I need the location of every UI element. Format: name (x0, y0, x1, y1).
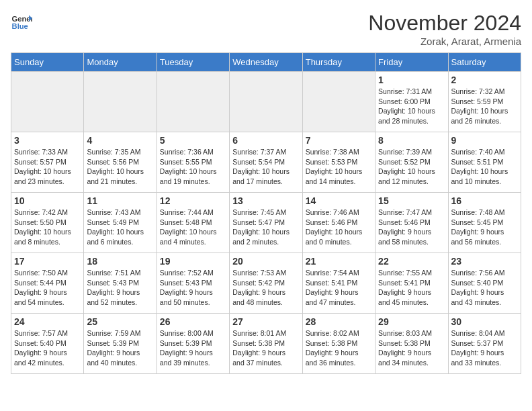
day-number: 7 (306, 135, 372, 146)
calendar-row-3: 10Sunrise: 7:42 AM Sunset: 5:50 PM Dayli… (11, 193, 521, 253)
location-subtitle: Zorak, Ararat, Armenia (368, 36, 521, 47)
day-info: Sunrise: 7:32 AM Sunset: 5:59 PM Dayligh… (451, 87, 518, 126)
day-number: 18 (87, 256, 153, 267)
calendar-cell: 12Sunrise: 7:44 AM Sunset: 5:48 PM Dayli… (157, 193, 229, 253)
day-info: Sunrise: 7:54 AM Sunset: 5:41 PM Dayligh… (306, 268, 372, 308)
day-info: Sunrise: 7:51 AM Sunset: 5:43 PM Dayligh… (87, 268, 153, 308)
calendar-cell: 11Sunrise: 7:43 AM Sunset: 5:49 PM Dayli… (84, 193, 157, 253)
calendar-cell: 16Sunrise: 7:48 AM Sunset: 5:45 PM Dayli… (448, 193, 521, 253)
calendar-cell: 18Sunrise: 7:51 AM Sunset: 5:43 PM Dayli… (84, 253, 157, 314)
calendar-cell: 13Sunrise: 7:45 AM Sunset: 5:47 PM Dayli… (230, 193, 302, 253)
weekday-header-saturday: Saturday (448, 53, 521, 72)
day-number: 27 (232, 316, 299, 327)
calendar-cell: 26Sunrise: 8:00 AM Sunset: 5:39 PM Dayli… (157, 314, 229, 374)
day-info: Sunrise: 7:53 AM Sunset: 5:42 PM Dayligh… (232, 268, 299, 308)
day-info: Sunrise: 7:33 AM Sunset: 5:57 PM Dayligh… (14, 147, 81, 187)
logo-icon: General Blue (11, 11, 32, 32)
day-number: 26 (160, 316, 226, 327)
day-info: Sunrise: 7:57 AM Sunset: 5:40 PM Dayligh… (14, 328, 81, 368)
day-number: 11 (87, 195, 153, 206)
calendar-cell: 5Sunrise: 7:36 AM Sunset: 5:55 PM Daylig… (157, 132, 229, 193)
day-info: Sunrise: 7:45 AM Sunset: 5:47 PM Dayligh… (232, 208, 299, 247)
calendar-cell: 27Sunrise: 8:01 AM Sunset: 5:38 PM Dayli… (230, 314, 302, 374)
calendar-cell: 24Sunrise: 7:57 AM Sunset: 5:40 PM Dayli… (11, 314, 84, 374)
day-number: 15 (378, 195, 445, 206)
weekday-header-thursday: Thursday (302, 53, 375, 72)
day-number: 13 (232, 195, 299, 206)
day-number: 17 (14, 256, 81, 267)
day-info: Sunrise: 7:36 AM Sunset: 5:55 PM Dayligh… (160, 147, 226, 187)
day-number: 21 (306, 256, 372, 267)
day-info: Sunrise: 7:56 AM Sunset: 5:40 PM Dayligh… (451, 268, 518, 308)
day-number: 8 (378, 135, 445, 146)
day-number: 30 (451, 316, 518, 327)
day-number: 3 (14, 135, 81, 146)
day-number: 16 (451, 195, 518, 206)
day-info: Sunrise: 7:31 AM Sunset: 6:00 PM Dayligh… (378, 87, 445, 126)
calendar-cell: 15Sunrise: 7:47 AM Sunset: 5:46 PM Dayli… (375, 193, 448, 253)
weekday-header-tuesday: Tuesday (157, 53, 229, 72)
calendar-cell: 30Sunrise: 8:04 AM Sunset: 5:37 PM Dayli… (448, 314, 521, 374)
calendar-row-5: 24Sunrise: 7:57 AM Sunset: 5:40 PM Dayli… (11, 314, 521, 374)
page-header: General Blue November 2024 Zorak, Ararat… (11, 11, 521, 47)
day-number: 24 (14, 316, 81, 327)
day-info: Sunrise: 7:38 AM Sunset: 5:53 PM Dayligh… (306, 147, 372, 187)
day-info: Sunrise: 7:50 AM Sunset: 5:44 PM Dayligh… (14, 268, 81, 308)
calendar-cell: 25Sunrise: 7:59 AM Sunset: 5:39 PM Dayli… (84, 314, 157, 374)
calendar-cell: 9Sunrise: 7:40 AM Sunset: 5:51 PM Daylig… (448, 132, 521, 193)
calendar-cell (11, 72, 84, 132)
svg-text:Blue: Blue (12, 22, 28, 30)
day-info: Sunrise: 7:42 AM Sunset: 5:50 PM Dayligh… (14, 208, 81, 247)
calendar-cell: 20Sunrise: 7:53 AM Sunset: 5:42 PM Dayli… (230, 253, 302, 314)
weekday-header-sunday: Sunday (11, 53, 84, 72)
day-info: Sunrise: 7:46 AM Sunset: 5:46 PM Dayligh… (306, 208, 372, 247)
calendar-cell: 19Sunrise: 7:52 AM Sunset: 5:43 PM Dayli… (157, 253, 229, 314)
day-info: Sunrise: 8:00 AM Sunset: 5:39 PM Dayligh… (160, 328, 226, 368)
logo: General Blue (11, 11, 32, 32)
day-number: 14 (306, 195, 372, 206)
calendar-row-2: 3Sunrise: 7:33 AM Sunset: 5:57 PM Daylig… (11, 132, 521, 193)
month-title: November 2024 (368, 11, 521, 36)
day-info: Sunrise: 7:48 AM Sunset: 5:45 PM Dayligh… (451, 208, 518, 247)
day-info: Sunrise: 7:55 AM Sunset: 5:41 PM Dayligh… (378, 268, 445, 308)
day-number: 10 (14, 195, 81, 206)
day-number: 2 (451, 75, 518, 85)
day-info: Sunrise: 8:03 AM Sunset: 5:38 PM Dayligh… (378, 328, 445, 368)
day-number: 20 (232, 256, 299, 267)
day-number: 4 (87, 135, 153, 146)
day-info: Sunrise: 7:59 AM Sunset: 5:39 PM Dayligh… (87, 328, 153, 368)
day-number: 5 (160, 135, 226, 146)
weekday-header-row: SundayMondayTuesdayWednesdayThursdayFrid… (11, 53, 521, 72)
day-number: 23 (451, 256, 518, 267)
day-number: 9 (451, 135, 518, 146)
day-info: Sunrise: 7:37 AM Sunset: 5:54 PM Dayligh… (232, 147, 299, 187)
weekday-header-friday: Friday (375, 53, 448, 72)
calendar-cell: 21Sunrise: 7:54 AM Sunset: 5:41 PM Dayli… (302, 253, 375, 314)
day-number: 19 (160, 256, 226, 267)
calendar-cell (230, 72, 302, 132)
calendar-cell: 6Sunrise: 7:37 AM Sunset: 5:54 PM Daylig… (230, 132, 302, 193)
calendar-cell (302, 72, 375, 132)
title-area: November 2024 Zorak, Ararat, Armenia (368, 11, 521, 47)
calendar-cell (157, 72, 229, 132)
day-number: 6 (232, 135, 299, 146)
day-number: 12 (160, 195, 226, 206)
calendar-cell: 1Sunrise: 7:31 AM Sunset: 6:00 PM Daylig… (375, 72, 448, 132)
day-info: Sunrise: 7:39 AM Sunset: 5:52 PM Dayligh… (378, 147, 445, 187)
calendar-cell: 28Sunrise: 8:02 AM Sunset: 5:38 PM Dayli… (302, 314, 375, 374)
calendar-cell: 23Sunrise: 7:56 AM Sunset: 5:40 PM Dayli… (448, 253, 521, 314)
calendar-cell: 4Sunrise: 7:35 AM Sunset: 5:56 PM Daylig… (84, 132, 157, 193)
day-number: 1 (378, 75, 445, 85)
calendar-cell (84, 72, 157, 132)
day-info: Sunrise: 8:02 AM Sunset: 5:38 PM Dayligh… (306, 328, 372, 368)
calendar-row-4: 17Sunrise: 7:50 AM Sunset: 5:44 PM Dayli… (11, 253, 521, 314)
day-info: Sunrise: 7:47 AM Sunset: 5:46 PM Dayligh… (378, 208, 445, 247)
calendar-cell: 29Sunrise: 8:03 AM Sunset: 5:38 PM Dayli… (375, 314, 448, 374)
calendar-cell: 3Sunrise: 7:33 AM Sunset: 5:57 PM Daylig… (11, 132, 84, 193)
day-number: 29 (378, 316, 445, 327)
calendar-cell: 22Sunrise: 7:55 AM Sunset: 5:41 PM Dayli… (375, 253, 448, 314)
weekday-header-monday: Monday (84, 53, 157, 72)
weekday-header-wednesday: Wednesday (230, 53, 302, 72)
calendar-table: SundayMondayTuesdayWednesdayThursdayFrid… (11, 52, 521, 374)
day-number: 28 (306, 316, 372, 327)
